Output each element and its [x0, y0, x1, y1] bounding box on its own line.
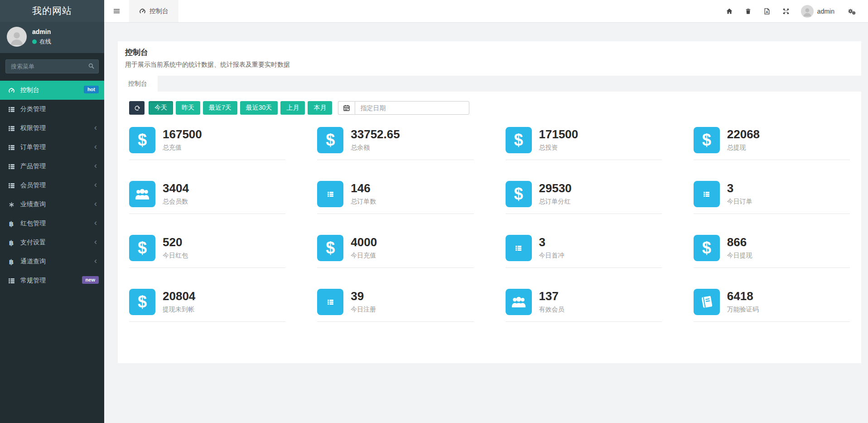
date-filter-button[interactable]: 今天: [149, 101, 173, 115]
list-icon: [317, 289, 343, 315]
date-filter-toolbar: 今天昨天最近7天最近30天上月本月: [129, 101, 850, 115]
dollar-icon: $: [129, 235, 155, 261]
sidebar-menu-item[interactable]: 权限管理 ‹: [0, 119, 104, 138]
search-icon[interactable]: [88, 63, 95, 69]
sidebar-toggle-button[interactable]: [104, 0, 129, 22]
stat-value: 33752.65: [351, 128, 400, 141]
sidebar-menu-item[interactable]: 分类管理: [0, 100, 104, 119]
stat-label: 今日充值: [351, 252, 377, 260]
stat-label: 今日订单: [727, 198, 752, 206]
sidebar-menu-item[interactable]: 产品管理 ‹: [0, 157, 104, 176]
dashboard-icon: [139, 8, 146, 15]
refresh-button[interactable]: [129, 101, 145, 115]
dashboard-icon: [6, 87, 16, 94]
date-input[interactable]: [355, 101, 469, 115]
language-icon[interactable]: A: [757, 8, 776, 15]
chevron-left-icon: ‹: [94, 142, 97, 151]
sidebar-search-input[interactable]: [5, 59, 99, 73]
refresh-icon: [134, 105, 140, 112]
dollar-icon: $: [129, 289, 155, 315]
user-name: admin: [32, 28, 51, 35]
stat-card: $ 20804 提现未到帐: [129, 289, 285, 322]
calendar-button[interactable]: [338, 101, 355, 115]
stat-value: 167500: [163, 128, 202, 141]
calendar-icon: [343, 104, 350, 112]
sidebar-item-label: 订单管理: [20, 143, 46, 151]
list-icon: [506, 235, 532, 261]
stat-label: 总余额: [351, 144, 400, 152]
chevron-left-icon: ‹: [94, 238, 97, 246]
sidebar-menu-item[interactable]: 业绩查询 ‹: [0, 195, 104, 214]
sidebar-menu-item[interactable]: ฿ 红包管理 ‹: [0, 214, 104, 233]
user-status: 在线: [32, 38, 51, 46]
date-input-group: [338, 101, 469, 115]
sidebar-menu-item[interactable]: 常规管理 new: [0, 271, 104, 290]
page-subtitle: 用于展示当前系统中的统计数据、统计报表及重要实时数据: [125, 61, 854, 69]
stat-label: 总订单分红: [539, 198, 572, 206]
main-area: 控制台 A admin 控制台 用于展示当前系统中的统计数据、统计报表及重要实时…: [104, 0, 868, 423]
dollar-icon: $: [506, 181, 532, 207]
page-title: 控制台: [125, 47, 854, 58]
stat-card: $ 33752.65 总余额: [317, 127, 473, 160]
person-icon: [8, 29, 26, 47]
stat-label: 提现未到帐: [163, 306, 195, 314]
stat-value: 520: [163, 236, 188, 248]
stat-label: 万能验证码: [727, 306, 759, 314]
date-filter-button[interactable]: 本月: [308, 101, 332, 115]
sidebar-item-label: 分类管理: [20, 105, 46, 113]
user-avatar: [7, 27, 27, 47]
cogs-icon[interactable]: [842, 8, 862, 15]
sidebar-menu-item[interactable]: 控制台 hot: [0, 81, 104, 100]
sidebar-item-label: 常规管理: [20, 277, 46, 285]
navbar-avatar[interactable]: [801, 5, 814, 18]
sidebar-search: [5, 59, 99, 73]
date-filter-button[interactable]: 上月: [280, 101, 305, 115]
fullscreen-icon[interactable]: [776, 8, 796, 15]
list-icon: [694, 181, 720, 207]
stat-label: 总提现: [727, 144, 760, 152]
stat-value: 171500: [539, 128, 579, 141]
list-icon: [6, 144, 16, 151]
stat-label: 总充值: [163, 144, 202, 152]
users-icon: [129, 181, 155, 207]
stat-label: 今日注册: [351, 306, 376, 314]
hamburger-icon: [113, 8, 121, 15]
date-filter-button[interactable]: 最近30天: [240, 101, 278, 115]
dollar-icon: $: [694, 235, 720, 261]
stat-card: 3 今日首冲: [506, 235, 662, 268]
home-icon[interactable]: [720, 8, 739, 15]
stat-card: $ 171500 总投资: [506, 127, 662, 160]
dollar-icon: $: [694, 127, 720, 153]
sidebar-item-label: 会员管理: [20, 181, 46, 190]
navbar-username[interactable]: admin: [817, 8, 834, 15]
sidebar-menu-item[interactable]: 会员管理 ‹: [0, 176, 104, 195]
bitcoin-icon: ฿: [6, 239, 16, 246]
book-icon: [694, 289, 720, 315]
sidebar-item-label: 权限管理: [20, 124, 46, 132]
stat-card: 3 今日订单: [694, 181, 850, 214]
navbar-tab-label: 控制台: [149, 7, 169, 15]
online-dot: [32, 39, 37, 44]
list-icon: [6, 163, 16, 170]
chevron-left-icon: ‹: [94, 219, 97, 227]
sidebar-item-label: 支付设置: [20, 238, 46, 247]
dollar-icon: $: [317, 127, 343, 153]
tabs-row: 控制台: [118, 76, 861, 92]
sidebar-item-label: 业绩查询: [20, 200, 46, 209]
bitcoin-icon: ฿: [6, 220, 16, 227]
tab-dashboard[interactable]: 控制台: [118, 76, 158, 92]
stat-label: 今日红包: [163, 252, 188, 260]
list-icon: [6, 277, 16, 284]
date-filter-button[interactable]: 最近7天: [203, 101, 237, 115]
navbar-tab-dashboard[interactable]: 控制台: [129, 0, 178, 22]
sidebar-menu-item[interactable]: ฿ 支付设置 ‹: [0, 233, 104, 252]
user-panel: admin 在线: [0, 22, 104, 53]
sidebar-menu-item[interactable]: 订单管理 ‹: [0, 138, 104, 157]
trash-icon[interactable]: [739, 8, 757, 15]
sidebar-item-label: 红包管理: [20, 219, 46, 228]
stat-label: 有效会员: [539, 306, 564, 314]
stat-card: $ 4000 今日充值: [317, 235, 473, 268]
stat-value: 866: [727, 236, 752, 248]
sidebar-menu-item[interactable]: ฿ 通道查询 ‹: [0, 252, 104, 271]
date-filter-button[interactable]: 昨天: [176, 101, 200, 115]
